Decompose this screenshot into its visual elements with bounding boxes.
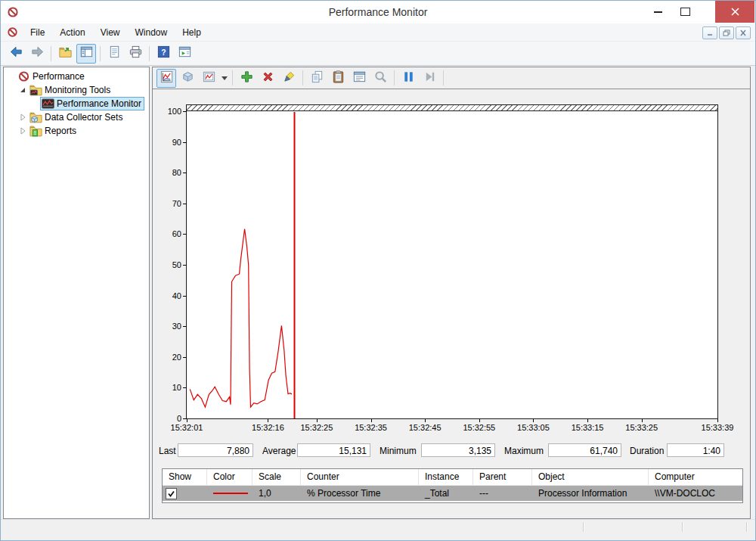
expander-collapsed-icon[interactable]: [17, 126, 28, 136]
y-tick-mark: [183, 265, 187, 266]
x-tick-label: 15:32:55: [449, 423, 510, 432]
perfmon-view: 100908070605040302010015:32:0115:32:1615…: [152, 67, 751, 519]
close-icon: [731, 8, 739, 16]
change-graph-type-button[interactable]: [199, 69, 218, 88]
tree-item-monitoring-tools[interactable]: Monitoring Tools: [4, 83, 149, 97]
y-tick-label: 20: [153, 351, 181, 363]
mdi-minimize-icon: [706, 30, 714, 36]
series--processor-time: [190, 229, 292, 408]
export-list-button[interactable]: [55, 44, 75, 64]
back-button[interactable]: [6, 44, 26, 64]
x-tick-mark: [587, 419, 588, 422]
print-button[interactable]: [125, 44, 145, 64]
folder-cube-icon: [29, 111, 43, 123]
forward-button[interactable]: [27, 44, 47, 64]
tree-item-label: Performance: [33, 71, 85, 82]
menu-item-file[interactable]: File: [23, 25, 52, 40]
close-button[interactable]: [715, 1, 754, 23]
update-data-button[interactable]: [420, 69, 439, 88]
delete-counter-button[interactable]: [258, 69, 277, 88]
y-tick-label: 70: [153, 197, 181, 210]
minimize-button[interactable]: [644, 1, 671, 23]
mdi-close-icon: [739, 30, 747, 36]
legend-instance-cell: _Total: [419, 486, 473, 501]
stat-last-value: 7,880: [178, 443, 253, 457]
console-tree-button[interactable]: [76, 44, 96, 64]
add-counter-button[interactable]: [237, 69, 256, 88]
menu-item-help[interactable]: Help: [175, 25, 209, 40]
x-tick-mark: [533, 419, 534, 422]
tree-item-highlight: Data Collector Sets: [28, 110, 125, 124]
zoom-icon: [373, 70, 388, 87]
tree-item-highlight: Monitoring Tools: [28, 83, 113, 97]
legend-col-object[interactable]: Object: [532, 469, 649, 486]
freeze-display-button[interactable]: [398, 69, 418, 88]
paste-counter-list-button[interactable]: [328, 69, 348, 88]
tree-item-data-collector-sets[interactable]: Data Collector Sets: [4, 110, 149, 124]
tree-item-reports[interactable]: Reports: [4, 124, 149, 138]
mdi-close-button[interactable]: [736, 26, 751, 39]
freeze-display-icon: [401, 70, 416, 87]
expander-expanded-icon[interactable]: [17, 85, 28, 95]
stat-minimum-label: Minimum: [380, 444, 417, 458]
show-checkbox[interactable]: [166, 488, 177, 499]
legend-parent-cell: ---: [473, 486, 532, 501]
toolbar-separator: [302, 70, 303, 86]
mdi-restore-button[interactable]: [719, 26, 734, 39]
highlight-button[interactable]: [279, 69, 299, 88]
tree-item-performance-monitor[interactable]: Performance Monitor: [4, 97, 149, 110]
y-tick-label: 10: [153, 381, 181, 393]
back-icon: [9, 45, 23, 62]
view-log-data-button[interactable]: [178, 69, 197, 88]
toolbar-separator: [443, 70, 444, 86]
legend-col-scale[interactable]: Scale: [253, 469, 301, 486]
x-tick-mark: [268, 419, 268, 422]
add-counter-icon: [240, 70, 254, 87]
x-tick-label: 15:33:05: [503, 423, 563, 432]
properties-button[interactable]: [349, 69, 369, 88]
toolbar-separator: [232, 70, 233, 86]
legend-color-cell: [207, 486, 253, 501]
y-tick-mark: [183, 173, 187, 173]
tree-item-performance[interactable]: Performance: [4, 70, 149, 83]
x-tick-mark: [371, 419, 372, 422]
stat-last-label: Last: [159, 444, 176, 458]
legend-col-instance[interactable]: Instance: [419, 469, 473, 486]
change-graph-type-icon: [202, 70, 216, 87]
legend-counter-cell: % Processor Time: [301, 486, 419, 501]
change-graph-type-dropdown-icon[interactable]: [222, 76, 228, 83]
mdi-window-controls: [702, 26, 751, 39]
counter-row[interactable]: 1,0 % Processor Time _Total --- Processo…: [163, 486, 742, 501]
console-tree-icon: [79, 45, 94, 62]
maximize-button[interactable]: [671, 1, 699, 23]
expander-collapsed-icon[interactable]: [17, 112, 28, 123]
mdi-minimize-button[interactable]: [702, 26, 717, 39]
toolbar-separator: [394, 70, 395, 86]
copy-properties-button[interactable]: [307, 69, 327, 88]
legend-header-row: Show Color Scale Counter Instance Parent…: [163, 469, 742, 486]
legend-col-computer[interactable]: Computer: [649, 469, 742, 486]
stat-maximum-label: Maximum: [504, 444, 544, 458]
legend-col-show[interactable]: Show: [163, 469, 207, 486]
menu-item-view[interactable]: View: [93, 25, 128, 40]
legend-col-parent[interactable]: Parent: [473, 469, 532, 486]
legend-col-counter[interactable]: Counter: [301, 469, 419, 486]
view-current-activity-button[interactable]: [156, 69, 176, 88]
properties-doc-icon: [107, 45, 122, 62]
x-tick-label: 15:32:35: [341, 423, 401, 432]
legend-col-color[interactable]: Color: [207, 469, 253, 486]
help-button[interactable]: ?: [153, 44, 173, 64]
y-tick-label: 40: [153, 290, 181, 302]
stat-average-label: Average: [262, 444, 296, 458]
chart-series-svg: [187, 105, 717, 418]
properties-doc-button[interactable]: [104, 44, 124, 64]
status-separator: [746, 522, 748, 532]
legend-show-cell: [163, 486, 207, 501]
new-window-button[interactable]: [175, 44, 194, 64]
y-tick-label: 100: [153, 105, 181, 117]
menu-item-action[interactable]: Action: [52, 25, 92, 40]
stat-duration-label: Duration: [630, 444, 664, 458]
menu-item-window[interactable]: Window: [128, 25, 175, 40]
zoom-button[interactable]: [370, 69, 390, 88]
x-tick-mark: [717, 419, 718, 422]
